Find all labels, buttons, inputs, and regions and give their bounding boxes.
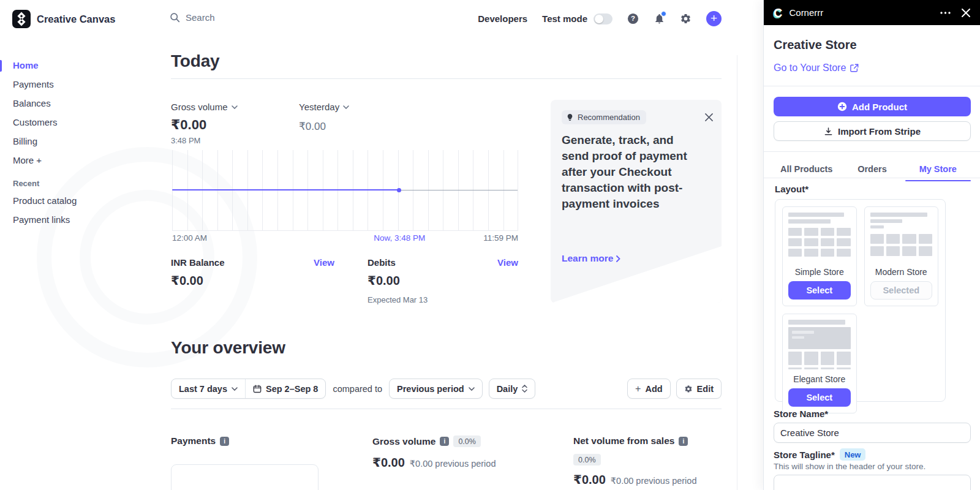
- plus-circle-icon: [837, 102, 847, 111]
- recommendation-title: Generate, track, and send proof of payme…: [562, 132, 699, 212]
- sidebar-item-more[interactable]: More +: [0, 151, 145, 170]
- test-mode-toggle[interactable]: [594, 13, 612, 24]
- today-heading: Today: [171, 51, 219, 71]
- store-tagline-help: This will show in the header of your sto…: [774, 462, 925, 471]
- info-icon[interactable]: i: [679, 437, 688, 446]
- search-placeholder: Search: [186, 12, 215, 23]
- settings-gear-icon[interactable]: [680, 13, 692, 24]
- sidebar-nav: Home Payments Balances Customers Billing…: [0, 56, 145, 230]
- brand-logo-icon: [12, 10, 31, 28]
- learn-more-link[interactable]: Learn more: [562, 253, 620, 264]
- net-volume-metric: Net volume from sales i 0.0% ₹0.00 ₹0.00…: [573, 435, 722, 487]
- layout-options: Simple Store Select Modern Store Selecte…: [775, 199, 946, 402]
- payments-metric: Payments i: [171, 435, 355, 447]
- go-to-store-link[interactable]: Go to Your Store: [774, 62, 859, 74]
- sidebar-item-home[interactable]: Home: [0, 56, 145, 75]
- store-name-input[interactable]: [774, 423, 971, 443]
- layout-thumbnail-elegant: [788, 320, 851, 370]
- info-icon[interactable]: i: [220, 437, 229, 446]
- search-input[interactable]: Search: [170, 12, 215, 23]
- range-value: Last 7 days: [179, 384, 227, 394]
- sidebar-item-customers[interactable]: Customers: [0, 113, 145, 132]
- scrollbar-track[interactable]: [737, 55, 737, 490]
- net-volume-metric-amount: ₹0.00: [573, 472, 606, 487]
- axis-now-label: Now, 3:48 PM: [374, 233, 425, 243]
- debits-view-link[interactable]: View: [497, 257, 518, 268]
- chart-future-line: [399, 190, 518, 190]
- sidebar-item-balances[interactable]: Balances: [0, 94, 145, 113]
- select-layout-button[interactable]: Select: [788, 281, 851, 300]
- download-icon: [824, 127, 833, 136]
- add-product-label: Add Product: [852, 102, 907, 112]
- net-volume-previous: ₹0.00 previous period: [611, 476, 697, 486]
- close-panel-icon[interactable]: [962, 9, 970, 17]
- store-tagline-label: Store Tagline* New: [774, 448, 865, 461]
- chevron-down-icon: [232, 105, 238, 109]
- select-layout-button[interactable]: Select: [788, 388, 851, 407]
- info-icon[interactable]: i: [440, 437, 449, 446]
- notifications-bell-icon[interactable]: [654, 13, 665, 24]
- inr-balance-block: INR Balance View ₹0.00: [171, 257, 334, 288]
- store-tagline-input[interactable]: [774, 475, 971, 490]
- gross-volume-time: 3:48 PM: [171, 136, 200, 145]
- lightbulb-icon: [566, 113, 574, 121]
- help-icon[interactable]: ?: [627, 13, 639, 24]
- layout-card-simple: Simple Store Select: [782, 206, 857, 306]
- import-from-stripe-button[interactable]: Import From Stripe: [774, 121, 971, 141]
- date-range-control: Last 7 days Sep 2–Sep 8: [171, 379, 326, 399]
- date-range-value: Sep 2–Sep 8: [266, 384, 318, 394]
- gross-volume-selector[interactable]: Gross volume: [171, 102, 238, 112]
- divider: [171, 78, 722, 79]
- go-to-store-label: Go to Your Store: [774, 62, 846, 74]
- compare-period-dropdown[interactable]: Previous period: [389, 379, 483, 399]
- external-link-icon: [850, 64, 859, 72]
- selected-layout-button[interactable]: Selected: [870, 281, 933, 300]
- test-mode-label: Test mode: [542, 13, 587, 24]
- range-dropdown[interactable]: Last 7 days: [172, 379, 245, 398]
- granularity-dropdown[interactable]: Daily: [489, 379, 536, 399]
- debits-expected-note: Expected Mar 13: [368, 295, 518, 304]
- store-tagline-label-text: Store Tagline*: [774, 450, 835, 460]
- sidebar-item-payments[interactable]: Payments: [0, 75, 145, 94]
- layout-name: Elegant Store: [788, 374, 851, 384]
- cornerrr-panel: C Cornerrr Creative Store Go to Your Sto…: [763, 0, 980, 490]
- recommendation-badge: Recommendation: [562, 110, 646, 124]
- debits-block: Debits View ₹0.00 Expected Mar 13: [368, 257, 518, 304]
- sidebar-recent-header: Recent: [0, 170, 145, 192]
- gross-volume-metric: Gross volume i 0.0% ₹0.00 ₹0.00 previous…: [372, 435, 562, 470]
- panel-header: C Cornerrr: [764, 0, 980, 25]
- chart-now-dot: [397, 188, 401, 192]
- date-picker[interactable]: Sep 2–Sep 8: [245, 379, 325, 398]
- learn-more-label: Learn more: [562, 253, 613, 264]
- gross-volume-label: Gross volume: [171, 102, 228, 112]
- edit-label: Edit: [697, 384, 714, 394]
- add-metric-button[interactable]: + Add: [627, 379, 671, 399]
- chevron-down-icon: [343, 105, 349, 109]
- sidebar-item-billing[interactable]: Billing: [0, 132, 145, 151]
- layout-thumbnail-modern: [870, 213, 933, 263]
- gross-volume-chart[interactable]: [172, 150, 518, 231]
- chevron-right-icon: [616, 255, 620, 262]
- divider: [764, 86, 980, 86]
- developers-link[interactable]: Developers: [478, 13, 527, 24]
- create-plus-button[interactable]: +: [706, 11, 722, 26]
- svg-text:?: ?: [631, 15, 635, 22]
- divider: [764, 151, 980, 152]
- compare-period-value: Previous period: [397, 384, 464, 394]
- sidebar-item-payment-links[interactable]: Payment links: [0, 211, 145, 230]
- granularity-value: Daily: [497, 384, 518, 394]
- overflow-menu-icon[interactable]: [940, 12, 951, 14]
- gross-volume-metric-label: Gross volume: [372, 436, 435, 447]
- yesterday-selector[interactable]: Yesterday: [299, 102, 349, 112]
- edit-button[interactable]: Edit: [676, 379, 722, 399]
- recommendation-card: Recommendation Generate, track, and send…: [551, 100, 722, 303]
- layout-card-modern: Modern Store Selected: [864, 206, 939, 306]
- inr-balance-view-link[interactable]: View: [314, 257, 334, 268]
- cornerrr-logo-icon: C: [774, 7, 782, 19]
- sidebar-item-product-catalog[interactable]: Product catalog: [0, 192, 145, 211]
- overview-heading: Your overview: [171, 338, 285, 358]
- panel-app-name: Cornerrr: [789, 7, 933, 18]
- close-icon[interactable]: [705, 113, 713, 121]
- add-product-button[interactable]: Add Product: [774, 97, 971, 116]
- gross-volume-amount: ₹0.00: [171, 117, 206, 133]
